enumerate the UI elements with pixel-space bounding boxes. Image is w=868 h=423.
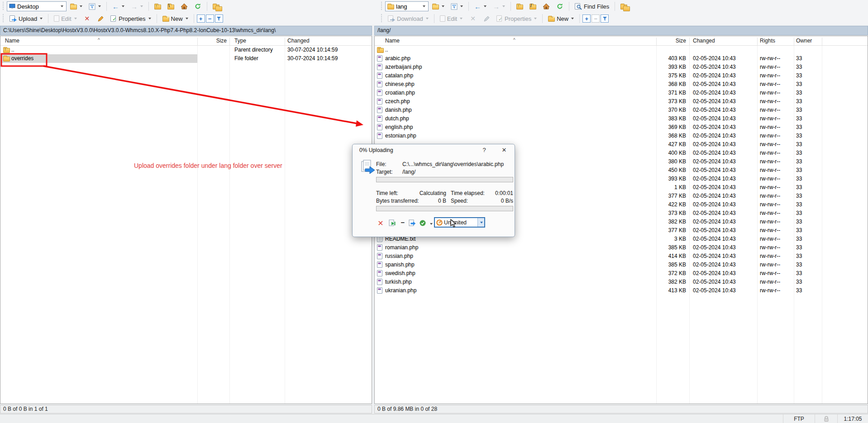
file-row[interactable]: russian.php414 KB02-05-2024 10:43rw-rw-r… — [375, 252, 868, 261]
skip-file-button[interactable] — [388, 219, 397, 228]
delete-button[interactable]: ✕ — [81, 13, 94, 24]
download-button[interactable]: Download — [385, 13, 431, 24]
file-row[interactable]: overridesFile folder30-07-2024 10:14:59 — [0, 54, 372, 63]
file-row[interactable]: chinese.php368 KB02-05-2024 10:43rw-rw-r… — [375, 80, 868, 89]
file-row[interactable]: swedish.php372 KB02-05-2024 10:43rw-rw-r… — [375, 269, 868, 278]
file-owner: 33 — [796, 244, 802, 251]
file-type: Parent directory — [234, 47, 273, 53]
file-row[interactable]: azerbaijani.php393 KB02-05-2024 10:43rw-… — [375, 63, 868, 71]
file-owner: 33 — [796, 115, 802, 122]
parent-directory-button[interactable]: ↑ — [514, 1, 526, 12]
synchronize-browsing-button[interactable] — [618, 1, 632, 12]
protocol-indicator[interactable]: FTP — [783, 414, 815, 423]
file-row[interactable]: catalan.php375 KB02-05-2024 10:43rw-rw-r… — [375, 71, 868, 80]
column-header-changed[interactable]: Changed — [693, 38, 715, 44]
column-header-owner[interactable]: Owner — [796, 38, 812, 44]
file-icon-slot — [377, 244, 384, 251]
left-address-combo[interactable]: Desktop — [7, 1, 67, 11]
properties-button[interactable]: ✓ Properties — [494, 13, 539, 24]
sync-folders-icon — [213, 3, 222, 10]
file-size: 1 KB — [628, 184, 686, 191]
left-path-bar[interactable]: C:\Users\Shine\Desktop\HostxV3.0.0\Hostx… — [0, 26, 372, 35]
dialog-title[interactable]: 0% Uploading — [353, 144, 515, 156]
back-button[interactable]: ← — [472, 1, 489, 12]
pencil-icon — [483, 15, 490, 22]
select-same-button[interactable]: + — [197, 14, 205, 23]
file-row[interactable]: english.php369 KB02-05-2024 10:43rw-rw-r… — [375, 123, 868, 132]
file-row[interactable]: arabic.php403 KB02-05-2024 10:43rw-rw-r-… — [375, 54, 868, 63]
toolbar-grip[interactable] — [381, 14, 383, 23]
synchronize-browsing-button[interactable] — [210, 1, 224, 12]
chevron-down-icon[interactable] — [420, 2, 427, 11]
new-button[interactable]: ✶ New — [545, 13, 577, 24]
refresh-button[interactable] — [553, 1, 566, 12]
file-row[interactable]: romanian.php385 KB02-05-2024 10:43rw-rw-… — [375, 243, 868, 252]
delete-button[interactable]: ✕ — [466, 13, 480, 24]
parent-directory-button[interactable]: ↑ — [152, 1, 164, 12]
back-button[interactable]: ← — [110, 1, 127, 12]
help-button[interactable]: ? — [478, 146, 490, 154]
root-directory-button[interactable]: \ — [165, 1, 177, 12]
open-directory-button[interactable] — [429, 1, 447, 12]
forward-button[interactable]: → — [128, 1, 146, 12]
file-row[interactable]: danish.php370 KB02-05-2024 10:43rw-rw-r-… — [375, 106, 868, 114]
filter-button[interactable] — [86, 1, 104, 12]
toolbar-grip[interactable] — [2, 14, 5, 23]
speed-limit-combo[interactable]: Unlimited — [434, 217, 485, 228]
right-path-bar[interactable]: /lang/ — [374, 26, 868, 35]
column-header-type[interactable]: Type — [234, 38, 246, 44]
chevron-down-icon[interactable] — [58, 2, 65, 11]
selection-filter-button[interactable] — [215, 14, 223, 23]
toolbar-grip[interactable] — [381, 2, 383, 11]
file-row[interactable]: croatian.php371 KB02-05-2024 10:43rw-rw-… — [375, 89, 868, 97]
right-toolbar-navigation: lang ← → ↑ / Find Files — [379, 0, 632, 12]
edit-button[interactable]: Edit — [51, 13, 79, 24]
home-directory-button[interactable] — [540, 1, 553, 12]
column-header-rights[interactable]: Rights — [760, 38, 775, 44]
file-name: arabic.php — [385, 55, 410, 62]
encryption-cell[interactable] — [815, 414, 837, 423]
cancel-button[interactable]: ✕ — [376, 219, 385, 228]
filter-button[interactable] — [448, 1, 466, 12]
file-row[interactable]: estonian.php368 KB02-05-2024 10:43rw-rw-… — [375, 132, 868, 140]
file-row[interactable]: czech.php373 KB02-05-2024 10:43rw-rw-r--… — [375, 97, 868, 106]
column-header-changed[interactable]: Changed — [287, 38, 310, 44]
file-row[interactable]: dutch.php383 KB02-05-2024 10:43rw-rw-r--… — [375, 114, 868, 123]
move-to-background-button[interactable] — [408, 219, 417, 228]
file-row[interactable]: spanish.php385 KB02-05-2024 10:43rw-rw-r… — [375, 261, 868, 269]
select-same-button[interactable]: + — [582, 14, 591, 23]
unselect-same-button[interactable]: − — [591, 14, 600, 23]
unselect-same-button[interactable]: − — [206, 14, 214, 23]
file-row[interactable]: turkish.php382 KB02-05-2024 10:43rw-rw-r… — [375, 278, 868, 286]
rename-button[interactable] — [481, 13, 493, 24]
column-header-size[interactable]: Size — [628, 38, 686, 44]
refresh-button[interactable] — [191, 1, 204, 12]
toolbar-grip[interactable] — [2, 2, 5, 11]
edit-button[interactable]: Edit — [437, 13, 465, 24]
file-row[interactable]: ↑.. — [375, 46, 868, 54]
folder-up-icon: ↑ — [516, 5, 523, 10]
file-row[interactable]: ukranian.php413 KB02-05-2024 10:43rw-rw-… — [375, 286, 868, 295]
right-address-combo[interactable]: lang — [385, 1, 429, 11]
forward-button[interactable]: → — [490, 1, 508, 12]
open-directory-button[interactable] — [67, 1, 85, 12]
file-rights: rw-rw-r-- — [760, 158, 780, 165]
speed-limit-dropdown[interactable] — [477, 218, 484, 227]
selection-filter-button[interactable] — [601, 14, 609, 23]
column-header-name[interactable]: Name — [385, 38, 400, 44]
file-name: ukranian.php — [385, 287, 416, 294]
transfer-settings-button[interactable] — [418, 219, 427, 228]
minimize-transfer-button[interactable]: − — [398, 218, 407, 227]
upload-button[interactable]: Upload — [7, 13, 45, 24]
find-files-button[interactable]: Find Files — [572, 1, 612, 12]
file-size: 377 KB — [628, 193, 686, 200]
root-directory-button[interactable]: / — [527, 1, 539, 12]
close-icon[interactable]: ✕ — [498, 146, 510, 154]
rename-button[interactable] — [95, 13, 107, 24]
column-header-name[interactable]: Name — [5, 38, 19, 44]
home-directory-button[interactable] — [178, 1, 191, 12]
properties-button[interactable]: ✓ Properties — [108, 13, 153, 24]
file-row[interactable]: ↑..Parent directory30-07-2024 10:14:59 — [0, 46, 372, 54]
new-button[interactable]: ✶ New — [160, 13, 191, 24]
column-header-size[interactable]: Size — [172, 38, 227, 44]
